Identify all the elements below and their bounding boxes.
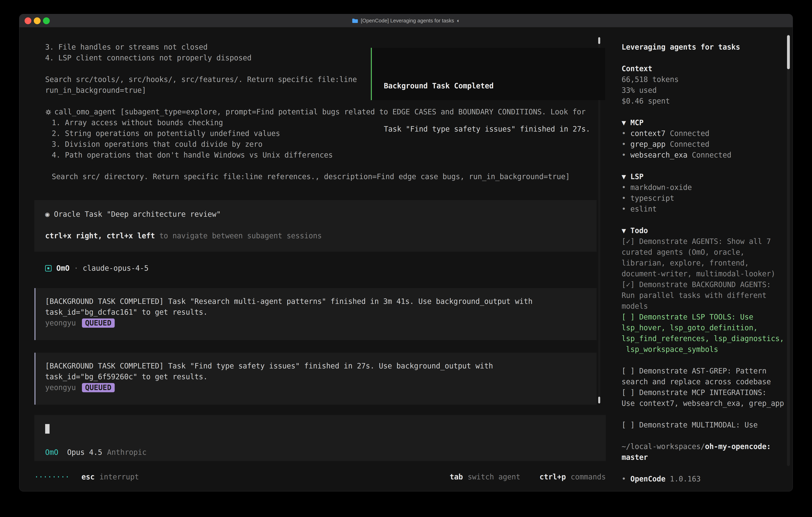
todo-item-line: lsp_workspace_symbols — [621, 344, 793, 355]
bullet-icon: • — [621, 129, 626, 138]
oracle-nav-hint: ctrl+x right, ctrl+x leftto navigate bet… — [34, 230, 597, 241]
bullet-icon: • — [621, 183, 626, 192]
blank-line — [621, 463, 793, 473]
bullet-icon: • — [621, 140, 626, 148]
agent-model: claude-opus-4-5 — [83, 264, 149, 272]
sidebar-scrollbar-track[interactable] — [787, 34, 790, 466]
todo-item-line: Run parallel tasks with different — [621, 290, 793, 301]
app-name: OpenCode — [630, 474, 666, 483]
task-message-meta: yeongyuQUEUED — [35, 318, 597, 328]
mcp-status: Connected — [670, 129, 709, 138]
blank-line — [621, 215, 793, 225]
todo-item-line: [ ] Demonstrate MCP INTEGRATIONS: — [621, 387, 793, 398]
terminal-window: [OpenCode] Leveraging agents for tasks ◐… — [19, 14, 793, 491]
workspace-path-prefix: ~/local-workspaces/ — [621, 442, 705, 451]
context-used: 33% used — [621, 85, 793, 96]
oracle-task-card: ◉Oracle Task "Deep architecture review" … — [34, 200, 597, 252]
todo-item-line: [✓] Demonstrate AGENTS: Show all 7 — [621, 236, 793, 247]
mcp-section-heading[interactable]: ▼ MCP — [621, 117, 793, 128]
spinner-dots: ········ — [34, 472, 69, 483]
lsp-item: •markdown-oxide — [621, 182, 793, 193]
mcp-item: •websearch_exaConnected — [621, 150, 793, 161]
task-message-line: [BACKGROUND TASK COMPLETED] Task "Find t… — [35, 361, 597, 372]
agent-icon — [45, 265, 52, 272]
blank-line — [621, 355, 793, 366]
bullet-icon: • — [621, 194, 626, 202]
todo-item-line: [ ] Demonstrate LSP TOOLS: Use — [621, 312, 793, 323]
keybinding-text: ctrl+x right, ctrl+x left — [45, 232, 155, 240]
main-scrollbar-thumb[interactable] — [598, 37, 600, 44]
mcp-item: •grep_appConnected — [621, 139, 793, 150]
todo-item-line: [ ] Demonstrate AST-GREP: Pattern — [621, 366, 793, 377]
lsp-name: eslint — [630, 205, 657, 213]
esc-key-label: interrupt — [99, 472, 139, 483]
blank-line — [621, 161, 793, 171]
esc-key-hint: esc — [82, 472, 95, 483]
sidebar-scrollbar-thumb[interactable] — [787, 35, 790, 69]
lsp-section-heading[interactable]: ▼ LSP — [621, 171, 793, 182]
separator-dot: · — [74, 264, 78, 272]
minimize-button[interactable] — [34, 18, 40, 24]
todo-item-line: lsp_hover, lsp_goto_definition, — [621, 323, 793, 333]
agent-name: OmO — [56, 264, 69, 272]
status-badge: QUEUED — [82, 383, 115, 392]
lsp-name: typescript — [630, 194, 674, 202]
oracle-task-title-text: Oracle Task "Deep architecture review" — [54, 210, 221, 219]
prompt-input[interactable]: OmOOpus 4.5Anthropic — [34, 415, 606, 461]
todo-item-line: document-writer, multimodal-looker) — [621, 269, 793, 279]
blank-line — [621, 107, 793, 117]
mcp-status: Connected — [670, 140, 709, 148]
tab-key-label: switch agent — [468, 472, 521, 483]
bullet-icon: • — [621, 151, 626, 159]
mcp-status: Connected — [692, 151, 731, 159]
oracle-task-title: ◉Oracle Task "Deep architecture review" — [34, 209, 597, 220]
input-agent-name: OmO — [45, 448, 58, 457]
notification-toast[interactable]: Background Task Completed Task "Find typ… — [371, 48, 605, 100]
ctrlp-key-hint: ctrl+p — [540, 472, 566, 483]
input-provider-name: Anthropic — [107, 448, 147, 457]
blank-line — [34, 220, 597, 230]
app-version: •OpenCode1.0.163 — [621, 473, 793, 484]
context-tokens: 66,518 tokens — [621, 74, 793, 85]
gear-icon — [45, 109, 52, 115]
notification-title: Background Task Completed — [384, 81, 605, 91]
background-task-message: [BACKGROUND TASK COMPLETED] Task "Resear… — [34, 288, 597, 340]
blank-line — [621, 409, 793, 419]
tool-call-footer: Search src/ directory. Return specific f… — [19, 171, 609, 182]
main-scrollbar-thumb[interactable] — [598, 397, 600, 404]
context-spent: $0.46 spent — [621, 96, 793, 107]
todo-section-heading[interactable]: ▼ Todo — [621, 225, 793, 236]
workspace-branch: master — [621, 452, 793, 463]
traffic-lights — [25, 18, 50, 24]
context-heading: Context — [621, 63, 793, 74]
blank-line — [19, 161, 609, 171]
background-task-message: [BACKGROUND TASK COMPLETED] Task "Find t… — [34, 353, 597, 405]
task-message-line: task_id="bg_6f59260c" to get results. — [35, 372, 597, 382]
zoom-button[interactable] — [43, 18, 50, 24]
status-bar: ········ esc interrupt tab switch agent … — [34, 472, 606, 483]
task-message-line: [BACKGROUND TASK COMPLETED] Task "Resear… — [35, 296, 597, 307]
blank-line — [621, 53, 793, 63]
lsp-item: •typescript — [621, 193, 793, 204]
workspace-path: ~/local-workspaces/oh-my-opencode: — [621, 441, 793, 452]
hint-text: to navigate between subagent sessions — [159, 232, 322, 240]
bullet-icon: • — [621, 205, 626, 213]
record-icon: ◉ — [45, 210, 50, 219]
username: yeongyu — [45, 383, 76, 392]
sidebar: Leveraging agents for tasks Context 66,5… — [602, 27, 793, 491]
todo-item-line: librarian, explore, frontend, — [621, 258, 793, 269]
mcp-name: websearch_exa — [630, 151, 688, 159]
session-indicator-icon: ◐ — [457, 18, 460, 24]
task-message-meta: yeongyuQUEUED — [35, 382, 597, 393]
workspace-path-name: oh-my-opencode: — [705, 442, 771, 451]
todo-item-line: lsp_find_references, lsp_diagnostics, — [621, 333, 793, 344]
titlebar[interactable]: [OpenCode] Leveraging agents for tasks ◐ — [19, 14, 793, 27]
task-message-line: task_id="bg_dcfac161" to get results. — [35, 307, 597, 318]
close-button[interactable] — [25, 18, 31, 24]
mcp-item: •context7Connected — [621, 128, 793, 139]
mcp-name: grep_app — [630, 140, 666, 148]
input-meta: OmOOpus 4.5Anthropic — [45, 447, 147, 458]
session-title: Leveraging agents for tasks — [621, 42, 793, 53]
text-cursor — [45, 424, 50, 434]
todo-item-line: search and replace across codebase — [621, 377, 793, 387]
